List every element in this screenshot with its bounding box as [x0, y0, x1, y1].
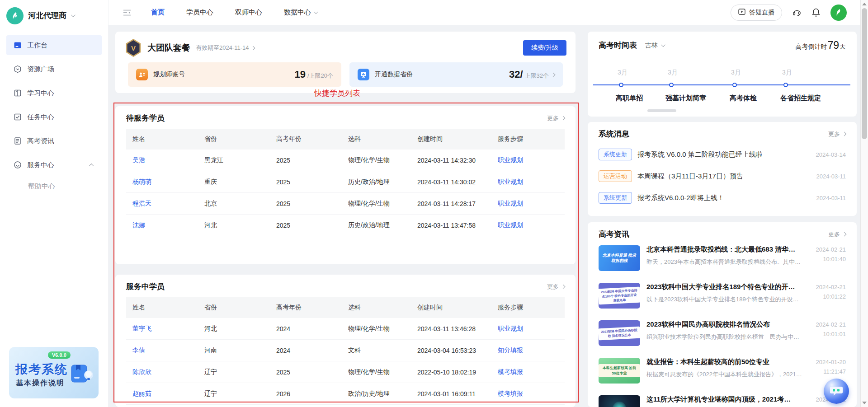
org-name: 河北代理商: [28, 10, 66, 21]
service-step-link[interactable]: 知分填报: [498, 346, 565, 355]
sidebar-collapse-icon[interactable]: [123, 9, 131, 16]
gaokao-timeline-card: 高考时间表 吉林 高考倒计时79天 3月 3月 3月 3月 高职单招 强基计划简…: [588, 32, 857, 117]
news-item[interactable]: 2023软科 中国大学专业排名189个 特色专业的开设高校名单 2023软科中国…: [588, 277, 857, 314]
chevron-right-icon: [842, 132, 847, 136]
notification-bell-icon[interactable]: [811, 8, 821, 17]
service-icon: [14, 161, 22, 169]
message-item[interactable]: 运营活动 本周课程（3月11日-3月17日）预告 2024-03-11: [588, 165, 857, 187]
table-row: 沈娜 河北 2025 历史/政治/地理 2024-03-11 13:47:58 …: [126, 215, 565, 236]
service-step-link[interactable]: 职业规划: [498, 156, 565, 164]
renew-upgrade-button[interactable]: 续费/升级: [523, 40, 566, 56]
timeline-event[interactable]: 高考体检: [730, 94, 757, 103]
scrollbar-thumb[interactable]: [862, 8, 867, 139]
message-list: 系统更新 报考系统 V6.0.0 第二阶段功能已经上线啦 2024-03-14 …: [588, 144, 857, 209]
chevron-right-icon: [561, 116, 566, 121]
chevron-right-icon: [551, 72, 556, 77]
tab-home[interactable]: 首页: [151, 8, 165, 17]
scrollbar-up-arrow[interactable]: [862, 3, 867, 5]
book-lightbulb-icon: [71, 362, 94, 387]
more-link[interactable]: 更多: [547, 283, 565, 291]
table-header-row: 姓名 省份 高考年份 选科 创建时间 服务步骤: [126, 297, 565, 318]
assistant-chat-bubble[interactable]: [824, 379, 849, 404]
region-selector[interactable]: 吉林: [645, 42, 664, 50]
timeline-scrollbar[interactable]: [647, 109, 676, 112]
timeline-event[interactable]: 各省招生规定: [780, 94, 821, 103]
card-title: 高考资讯: [599, 229, 629, 239]
sidebar-item-workbench[interactable]: 工作台: [6, 35, 102, 55]
news-item[interactable]: 本科生起薪较高 的前50位专业 就业报告：本科生起薪较高的前50位专业 根据麦可…: [588, 352, 857, 389]
news-datetime: 2024-02-2110:01:01: [816, 320, 846, 352]
service-step-link[interactable]: 职业规划: [498, 178, 565, 186]
sidebar: 河北代理商 工作台 资源广场 学习中心 任务中心: [0, 0, 108, 407]
message-item[interactable]: 系统更新 报考系统V6.0.0-2即将上线！ 2024-03-11: [588, 187, 857, 209]
more-link[interactable]: 更多: [828, 130, 846, 138]
sidebar-menu: 工作台 资源广场 学习中心 任务中心 高考资讯: [0, 35, 108, 191]
planner-account-stat[interactable]: 规划师账号 19 /上限20个: [128, 62, 341, 87]
timeline-month: 3月: [782, 69, 792, 77]
sidebar-item-tasks[interactable]: 任务中心: [6, 107, 102, 127]
org-switcher[interactable]: 河北代理商: [0, 0, 108, 25]
table-row: 吴浩 黑龙江 2025 物理/化学/生物 2024-03-11 14:32:30…: [126, 150, 565, 171]
support-headset-icon[interactable]: [792, 8, 802, 17]
workbench-icon: [14, 41, 22, 49]
news-thumbnail: [599, 395, 640, 407]
sidebar-item-gaokao-news[interactable]: 高考资讯: [6, 131, 102, 151]
more-link[interactable]: 更多: [828, 230, 846, 239]
resource-icon: [14, 65, 22, 73]
package-name: 大团队套餐: [147, 42, 190, 54]
student-name-link[interactable]: 陈欣欣: [132, 368, 204, 376]
timeline-month: 3月: [731, 69, 741, 77]
sidebar-subitem-help-center[interactable]: 帮助中心: [28, 182, 108, 191]
tab-student-center[interactable]: 学员中心: [186, 8, 213, 17]
sidebar-item-label: 资源广场: [27, 65, 54, 74]
sidebar-item-label: 学习中心: [27, 89, 54, 98]
data-province-stat[interactable]: 开通数据省份 32/ 上限32个: [349, 62, 563, 87]
message-item[interactable]: 系统更新 报考系统 V6.0.0 第二阶段功能已经上线啦 2024-03-14: [588, 144, 857, 165]
news-item[interactable]: 北京本科普通 批录取投档线 北京本科普通批录取投档线：北大最低683 清华最低6…: [588, 239, 857, 277]
service-step-link[interactable]: 模考填报: [498, 390, 565, 398]
student-name-link[interactable]: 杨萌萌: [132, 178, 204, 186]
sidebar-item-service[interactable]: 服务中心: [6, 155, 102, 175]
student-name-link[interactable]: 董宇飞: [132, 325, 204, 333]
student-name-link[interactable]: 沈娜: [132, 221, 204, 229]
sidebar-item-resources[interactable]: 资源广场: [6, 59, 102, 79]
system-guide-banner[interactable]: V6.0.0 报考系统 基本操作说明: [9, 347, 99, 398]
sidebar-item-label: 高考资讯: [27, 137, 54, 145]
student-name-link[interactable]: 程浩天: [132, 200, 204, 208]
service-step-link[interactable]: 职业规划: [498, 325, 565, 333]
more-link[interactable]: 更多: [547, 114, 565, 122]
stat-limit: /上限20个: [307, 72, 333, 80]
news-thumbnail: 2023软科 中国民办高职院校 排名情况公布: [599, 320, 640, 346]
student-name-link[interactable]: 李倩: [132, 346, 204, 355]
org-logo-icon: [6, 7, 24, 24]
service-step-link[interactable]: 职业规划: [498, 200, 565, 208]
timeline-dot-icon: [669, 83, 674, 87]
card-title: 待服务学员: [126, 113, 165, 123]
tab-data-center[interactable]: 数据中心: [284, 8, 317, 17]
qa-live-button[interactable]: 答疑直播: [731, 5, 782, 21]
sidebar-item-learning[interactable]: 学习中心: [6, 83, 102, 103]
scrollbar-down-arrow[interactable]: [862, 402, 867, 404]
chevron-right-icon: [842, 232, 847, 237]
service-step-link[interactable]: 模考填报: [498, 368, 565, 376]
student-name-link[interactable]: 吴浩: [132, 156, 204, 164]
tab-dual-teacher-center[interactable]: 双师中心: [235, 8, 262, 17]
service-step-link[interactable]: 职业规划: [498, 221, 565, 229]
news-item[interactable]: 2023软科 中国民办高职院校 排名情况公布 2023软科中国民办高职院校排名情…: [588, 314, 857, 352]
dropdown-chevron-icon: [314, 9, 318, 14]
timeline-event[interactable]: 高职单招: [616, 94, 643, 103]
timeline-line: [593, 84, 850, 85]
timeline-event[interactable]: 强基计划简章: [665, 94, 706, 103]
promo-title: 报考系统: [15, 361, 68, 378]
student-name-link[interactable]: 赵丽茹: [132, 390, 204, 398]
chevron-right-icon: [561, 285, 566, 289]
table-row: 陈欣欣 辽宁 2025 物理/化学/生物 2022-05-10 18:02:19…: [126, 361, 565, 383]
stat-value: 19: [294, 69, 305, 80]
timeline-dot-icon: [619, 83, 623, 87]
page-scrollbar[interactable]: [860, 0, 868, 407]
chevron-right-icon: [250, 46, 255, 50]
news-item[interactable]: 这11所大学计算机专业堪称国内顶级，2021考生千万不… 2024-02-21: [588, 389, 857, 407]
user-avatar[interactable]: [830, 5, 847, 21]
table-header-row: 姓名 省份 高考年份 选科 创建时间 服务步骤: [126, 129, 565, 150]
package-validity-link[interactable]: 有效期至2024-11-14: [196, 44, 255, 52]
